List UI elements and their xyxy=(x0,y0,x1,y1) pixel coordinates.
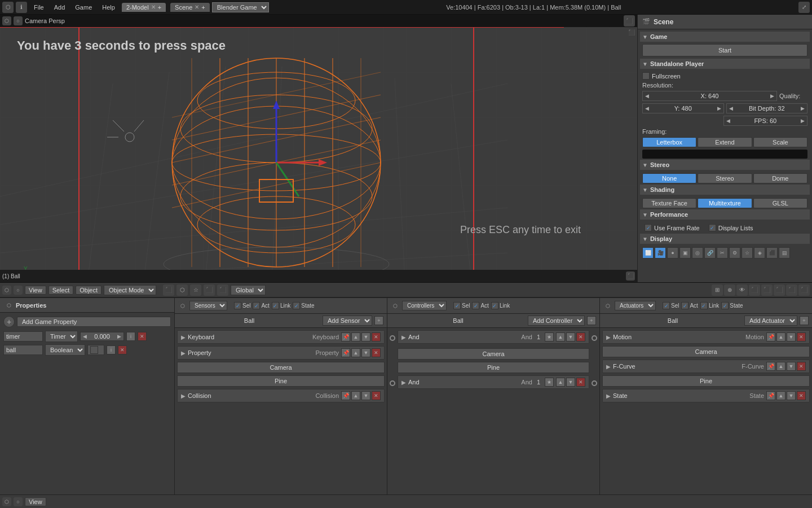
and-ctrl-1-arrow[interactable]: ▶ xyxy=(401,334,406,340)
fps-arrow-left[interactable]: ◀ xyxy=(726,118,730,124)
mode-select[interactable]: Object Mode xyxy=(104,285,156,295)
viewport-corner-icon[interactable]: ⬛ xyxy=(628,29,635,36)
fcurve-actuator-arrow[interactable]: ▶ xyxy=(606,364,611,370)
bit-depth-input[interactable]: ◀ Bit Depth: 32 ▶ xyxy=(726,103,808,113)
toolbar-grid-icon[interactable]: ⊞ xyxy=(712,284,723,296)
toolbar-icon-5[interactable]: ⬛ xyxy=(217,284,228,296)
bd-arrow-left[interactable]: ◀ xyxy=(729,106,733,111)
property2-type-select[interactable]: Boolean xyxy=(45,344,85,356)
x-arrow-left[interactable]: ◀ xyxy=(645,93,649,99)
editor-tab-model[interactable]: 2-Model ✕ + xyxy=(122,3,166,12)
collision-sensor-arrow[interactable]: ▶ xyxy=(181,393,186,399)
state-act-pin[interactable]: 📌 xyxy=(766,391,775,400)
motion-act-up[interactable]: ▲ xyxy=(776,332,785,341)
state-act-down[interactable]: ▼ xyxy=(787,391,796,400)
stereo-dome-btn[interactable]: Dome xyxy=(753,173,807,183)
add-controller-btn[interactable]: + xyxy=(587,316,596,325)
toolbar-anim-icon[interactable]: ⬛ xyxy=(774,284,785,296)
scene-tab-close[interactable]: ✕ xyxy=(195,4,199,10)
property1-info-btn[interactable]: i xyxy=(126,332,135,341)
texture-face-btn[interactable]: Texture Face xyxy=(642,198,696,208)
viewport-3d[interactable]: ⬡ ○ Camera Persp ⬛ xyxy=(0,15,637,282)
and-ctrl-2-down[interactable]: ▼ xyxy=(566,378,575,387)
display-icon-11[interactable]: ⬛ xyxy=(766,247,778,259)
sensor-act-checkbox[interactable] xyxy=(253,302,260,309)
controllers-select[interactable]: Controllers xyxy=(402,301,447,310)
y-input[interactable]: ◀ Y: 480 ▶ xyxy=(642,103,724,113)
framing-scale-btn[interactable]: Scale xyxy=(753,137,807,147)
toolbar-icon-3[interactable]: ☆ xyxy=(190,284,201,296)
display-icon-8[interactable]: ⚙ xyxy=(729,247,740,259)
stereo-stereo-btn[interactable]: Stereo xyxy=(698,173,752,183)
fcurve-act-up[interactable]: ▲ xyxy=(776,362,785,371)
keyboard-sensor-pin[interactable]: 📌 xyxy=(341,332,350,341)
and-ctrl-1-delete[interactable]: ✕ xyxy=(576,332,585,341)
tab-add-icon[interactable]: + xyxy=(158,4,161,11)
toolbar-icon-1[interactable]: ⬛ xyxy=(163,284,174,296)
property2-name-input[interactable] xyxy=(3,345,43,355)
view-bottom-btn[interactable]: View xyxy=(25,497,46,506)
toolbar-vis-icon[interactable]: 👁 xyxy=(736,284,748,296)
display-icon-9[interactable]: ☆ xyxy=(742,247,753,259)
fcurve-act-pin[interactable]: 📌 xyxy=(766,362,775,371)
collision-sensor-pin[interactable]: 📌 xyxy=(341,391,350,400)
toolbar-extra2-icon[interactable]: ⬛ xyxy=(786,284,797,296)
sensors-select[interactable]: Sensors xyxy=(189,301,227,310)
display-icon-2[interactable]: 🎥 xyxy=(655,247,666,259)
display-icon-5[interactable]: ◎ xyxy=(692,247,703,259)
motion-act-delete[interactable]: ✕ xyxy=(797,332,806,341)
add-controller-select[interactable]: Add Controller xyxy=(528,316,585,326)
property-sensor-down[interactable]: ▼ xyxy=(361,348,370,357)
display-section-header[interactable]: ▼ Display xyxy=(640,234,810,244)
add-property-btn[interactable]: + xyxy=(3,316,15,327)
toolbar-extra3-icon[interactable]: ⬛ xyxy=(798,284,810,296)
keyboard-sensor-up[interactable]: ▲ xyxy=(351,332,360,341)
fullscreen-icon[interactable]: ⤢ xyxy=(798,2,810,13)
ctrl-link-checkbox[interactable] xyxy=(491,302,498,309)
display-icon-6[interactable]: 🔗 xyxy=(704,247,716,259)
state-act-up[interactable]: ▲ xyxy=(776,391,785,400)
act-sel-checkbox[interactable] xyxy=(663,302,670,309)
property2-checkbox[interactable] xyxy=(90,346,98,354)
object-btn[interactable]: Object xyxy=(76,286,102,295)
fps-arrow-right[interactable]: ▶ xyxy=(801,118,805,124)
toolbar-render-icon[interactable]: ⬛ xyxy=(749,284,760,296)
state-act-delete[interactable]: ✕ xyxy=(797,391,806,400)
property1-arrow-right[interactable]: ▶ xyxy=(117,334,121,339)
motion-act-pin[interactable]: 📌 xyxy=(766,332,775,341)
editor-tab-scene[interactable]: Scene ✕ + xyxy=(170,3,210,12)
y-arrow-left[interactable]: ◀ xyxy=(645,106,649,111)
fps-input[interactable]: ◀ FPS: 60 ▶ xyxy=(723,116,808,126)
display-icon-12[interactable]: ▤ xyxy=(779,247,790,259)
collision-sensor-down[interactable]: ▼ xyxy=(361,391,370,400)
and-ctrl-1-icon-btn[interactable]: ★ xyxy=(545,332,554,341)
toolbar-icon-4[interactable]: ⬛ xyxy=(204,284,215,296)
motion-act-down[interactable]: ▼ xyxy=(787,332,796,341)
act-act-checkbox[interactable] xyxy=(681,302,689,309)
and-ctrl-1-down[interactable]: ▼ xyxy=(566,332,575,341)
y-arrow-right[interactable]: ▶ xyxy=(717,106,721,111)
stereo-none-btn[interactable]: None xyxy=(642,173,696,183)
keyboard-sensor-delete[interactable]: ✕ xyxy=(372,332,381,341)
framing-extend-btn[interactable]: Extend xyxy=(698,137,752,147)
fcurve-act-down[interactable]: ▼ xyxy=(787,362,796,371)
game-section-header[interactable]: ▼ Game xyxy=(640,32,810,42)
bd-arrow-right[interactable]: ▶ xyxy=(801,106,805,111)
state-actuator-arrow[interactable]: ▶ xyxy=(606,393,611,399)
framing-letterbox-btn[interactable]: Letterbox xyxy=(642,137,696,147)
and-ctrl-2-delete[interactable]: ✕ xyxy=(576,378,585,387)
sensor-sel-checkbox[interactable] xyxy=(234,302,241,309)
toolbar-snap-icon[interactable]: ⊕ xyxy=(724,284,735,296)
global-select[interactable]: Global xyxy=(231,285,266,295)
engine-select[interactable]: Blender Game xyxy=(212,2,269,12)
x-input[interactable]: ◀ X: 640 ▶ xyxy=(642,91,777,101)
property2-info-btn[interactable]: i xyxy=(107,345,116,354)
display-icon-7[interactable]: ✂ xyxy=(717,247,728,259)
start-button[interactable]: Start xyxy=(642,44,807,56)
and-ctrl-2-icon-btn[interactable]: ★ xyxy=(545,378,554,387)
sensor-state-checkbox[interactable] xyxy=(293,302,300,309)
property1-name-input[interactable] xyxy=(3,331,43,341)
display-lists-checkbox[interactable] xyxy=(709,224,716,231)
display-icon-3[interactable]: ● xyxy=(667,247,678,259)
collision-sensor-delete[interactable]: ✕ xyxy=(372,391,381,400)
